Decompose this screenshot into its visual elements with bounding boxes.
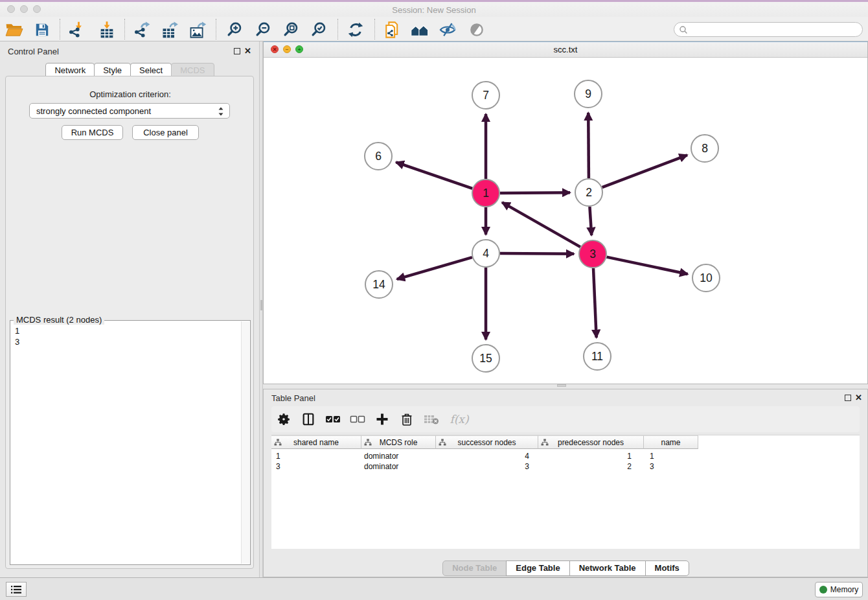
zoom-fit-icon[interactable] — [279, 19, 303, 40]
table-row[interactable]: 3dominator323 — [271, 462, 860, 472]
edge-3-1[interactable] — [502, 202, 580, 247]
float-table-panel-icon[interactable] — [845, 395, 851, 401]
tab-select[interactable]: Select — [130, 63, 172, 77]
node-14[interactable]: 14 — [365, 271, 393, 298]
svg-text:10: 10 — [700, 271, 713, 284]
zoom-in-icon[interactable] — [223, 19, 246, 40]
memory-button[interactable]: Memory — [815, 582, 863, 597]
tab-style[interactable]: Style — [94, 63, 131, 77]
import-network-icon[interactable] — [65, 19, 88, 40]
toolbar-separator — [124, 19, 125, 40]
node-6[interactable]: 6 — [365, 143, 392, 170]
search-input[interactable] — [688, 25, 862, 34]
create-column-plus-icon[interactable] — [370, 408, 394, 431]
search-box[interactable] — [674, 22, 863, 37]
edge-4-14[interactable] — [397, 257, 472, 279]
list-icon — [10, 585, 22, 594]
result-scrollbar[interactable] — [241, 321, 249, 564]
node-10[interactable]: 10 — [692, 264, 720, 292]
export-image-icon[interactable] — [186, 19, 209, 40]
cell-mcds-role: dominator — [361, 462, 436, 472]
column-header-name[interactable]: name — [644, 435, 698, 449]
delete-column-trash-icon[interactable] — [394, 408, 419, 431]
edge-3-11[interactable] — [593, 268, 597, 338]
export-table-icon[interactable] — [158, 19, 181, 40]
function-builder-icon: f(x) — [444, 408, 475, 431]
criterion-dropdown[interactable]: strongly connected component — [29, 103, 230, 119]
cell-successor-nodes: 3 — [436, 462, 538, 472]
column-header-shared-name[interactable]: shared name — [271, 435, 361, 449]
tab-network-table[interactable]: Network Table — [569, 560, 646, 576]
deselect-all-checkboxes-icon[interactable] — [345, 408, 370, 431]
edge-1-6[interactable] — [396, 162, 472, 189]
node-8[interactable]: 8 — [691, 135, 718, 162]
edge-3-10[interactable] — [607, 257, 688, 274]
node-11[interactable]: 11 — [584, 343, 611, 370]
column-header-mcds-role[interactable]: MCDS role — [361, 435, 436, 449]
node-4[interactable]: 4 — [472, 240, 499, 267]
node-table: shared nameMCDS rolesuccessor nodesprede… — [271, 435, 860, 549]
table-panel: Table Panel ✕ f(x) shared nameMCDS roles… — [263, 389, 868, 577]
table-header-row: shared nameMCDS rolesuccessor nodesprede… — [271, 435, 860, 449]
tab-mcds[interactable]: MCDS — [171, 63, 214, 77]
edge-1-2[interactable] — [500, 192, 570, 193]
mcds-panel: Optimization criterion: strongly connect… — [5, 76, 254, 569]
node-3[interactable]: 3 — [579, 240, 606, 268]
table-row[interactable]: 1dominator411 — [271, 452, 860, 462]
network-window-titlebar[interactable]: ✕ − + scc.txt — [264, 42, 867, 58]
zoom-out-icon[interactable] — [251, 19, 275, 40]
close-panel-icon[interactable]: ✕ — [244, 48, 251, 54]
svg-text:14: 14 — [372, 278, 385, 291]
splitter-grip[interactable] — [260, 300, 262, 310]
tab-motifs[interactable]: Motifs — [645, 560, 689, 576]
svg-text:15: 15 — [479, 352, 492, 365]
tab-node-table[interactable]: Node Table — [442, 560, 507, 576]
column-header-predecessor-nodes[interactable]: predecessor nodes — [538, 435, 644, 449]
import-table-icon[interactable] — [95, 19, 119, 40]
svg-text:8: 8 — [702, 142, 708, 155]
toolbar-separator — [60, 19, 60, 40]
first-neighbors-icon[interactable] — [408, 19, 431, 40]
edge-2-8[interactable] — [602, 155, 687, 187]
svg-text:11: 11 — [591, 350, 603, 363]
node-15[interactable]: 15 — [472, 345, 499, 372]
save-session-icon[interactable] — [30, 19, 54, 40]
export-network-icon[interactable] — [130, 19, 154, 40]
close-table-panel-icon[interactable]: ✕ — [855, 395, 862, 401]
network-canvas: 7968124314101511 — [264, 58, 867, 384]
refresh-view-icon[interactable] — [344, 19, 367, 40]
table-settings-gear-icon[interactable] — [271, 408, 296, 431]
edge-4-3[interactable] — [500, 253, 574, 254]
table-body: 1dominator4113dominator323 — [271, 452, 860, 472]
column-header-successor-nodes[interactable]: successor nodes — [436, 435, 538, 449]
float-panel-icon[interactable] — [234, 48, 240, 54]
svg-text:9: 9 — [585, 87, 591, 100]
node-7[interactable]: 7 — [472, 82, 499, 109]
tab-network[interactable]: Network — [45, 63, 95, 77]
cell-successor-nodes: 4 — [436, 452, 538, 462]
tab-edge-table[interactable]: Edge Table — [506, 560, 569, 576]
edge-2-9[interactable] — [588, 113, 589, 178]
run-mcds-button[interactable]: Run MCDS — [62, 125, 123, 140]
cell-name: 1 — [644, 452, 698, 462]
open-session-icon[interactable] — [3, 19, 26, 40]
svg-text:1: 1 — [483, 187, 489, 200]
clone-network-icon[interactable] — [380, 19, 404, 40]
app-titlebar: Session: New Session — [0, 2, 868, 17]
zoom-selected-icon[interactable] — [307, 19, 330, 40]
control-panel-title: Control Panel — [8, 47, 59, 56]
gray-lens-icon[interactable] — [465, 19, 488, 40]
close-panel-button[interactable]: Close panel — [132, 125, 199, 140]
hide-panels-eye-icon[interactable] — [436, 19, 459, 40]
window-title: Session: New Session — [0, 5, 868, 15]
toolbar-separator — [337, 19, 338, 40]
select-all-checkboxes-icon[interactable] — [321, 408, 345, 431]
edge-2-3[interactable] — [589, 207, 591, 235]
task-history-button[interactable] — [6, 582, 27, 597]
horizontal-splitter-grip[interactable] — [557, 384, 566, 387]
node-9[interactable]: 9 — [575, 80, 602, 108]
node-1[interactable]: 1 — [472, 179, 499, 207]
show-columns-icon[interactable] — [296, 408, 321, 431]
status-bar: Memory — [0, 577, 868, 600]
node-2[interactable]: 2 — [575, 179, 602, 206]
